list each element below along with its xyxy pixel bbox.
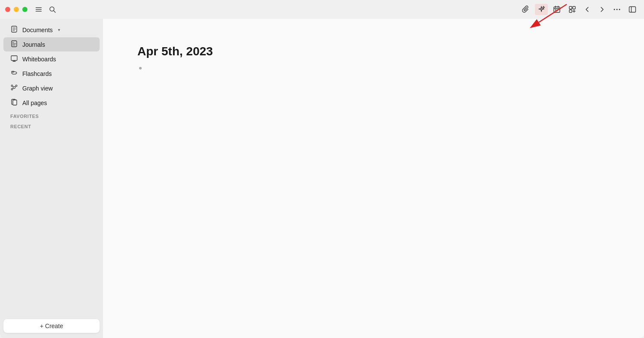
sidebar-item-flashcards[interactable]: Flashcards	[3, 66, 100, 81]
title-bar-right	[519, 4, 639, 15]
menu-button[interactable]	[33, 4, 45, 15]
calendar-button[interactable]	[550, 4, 563, 15]
journals-label: Journals	[22, 41, 45, 48]
svg-rect-41	[13, 100, 17, 105]
journals-icon	[10, 40, 18, 48]
app-window: Documents ▾ Journals	[0, 0, 644, 338]
documents-icon	[10, 26, 18, 34]
more-button[interactable]	[611, 4, 623, 15]
back-button[interactable]	[581, 4, 593, 15]
documents-label: Documents	[22, 27, 53, 33]
svg-point-35	[15, 85, 17, 87]
svg-point-15	[617, 9, 618, 10]
sidebar-item-graph-view[interactable]: Graph view	[3, 81, 100, 95]
flashcards-icon	[10, 69, 18, 78]
sparkle-button[interactable]	[535, 4, 548, 15]
svg-line-39	[15, 86, 16, 87]
main-content: Documents ▾ Journals	[0, 19, 644, 338]
sidebar-item-journals[interactable]: Journals	[3, 37, 100, 51]
svg-point-33	[13, 87, 15, 89]
documents-chevron-icon: ▾	[58, 27, 60, 32]
svg-line-4	[54, 11, 55, 12]
editor-title: Apr 5th, 2023	[137, 45, 610, 58]
whiteboards-label: Whiteboards	[22, 56, 56, 63]
traffic-lights	[5, 7, 27, 12]
title-bar	[0, 0, 644, 19]
create-button[interactable]: + Create	[3, 319, 100, 333]
flashcards-label: Flashcards	[22, 70, 52, 77]
extensions-button[interactable]	[566, 4, 579, 15]
search-button[interactable]	[46, 4, 58, 15]
svg-point-34	[11, 85, 13, 87]
svg-rect-2	[36, 11, 42, 12]
sidebar: Documents ▾ Journals	[0, 19, 103, 338]
svg-rect-9	[555, 9, 556, 11]
minimize-button[interactable]	[14, 7, 19, 12]
svg-rect-12	[573, 6, 575, 9]
all-pages-icon	[10, 99, 18, 107]
svg-rect-10	[557, 9, 558, 11]
sidebar-toggle-button[interactable]	[626, 4, 639, 15]
sidebar-nav: Documents ▾ Journals	[0, 19, 103, 314]
editor-bullet-point	[139, 67, 142, 69]
svg-rect-0	[36, 7, 42, 8]
graph-view-label: Graph view	[22, 85, 53, 92]
svg-rect-29	[11, 56, 17, 60]
svg-rect-17	[629, 7, 636, 12]
create-button-label: + Create	[40, 323, 63, 329]
whiteboards-icon	[10, 55, 18, 63]
svg-rect-1	[36, 9, 42, 10]
maximize-button[interactable]	[22, 7, 27, 12]
svg-rect-13	[569, 10, 572, 12]
close-button[interactable]	[5, 7, 10, 12]
svg-point-16	[619, 9, 620, 10]
sidebar-item-all-pages[interactable]: All pages	[3, 96, 100, 110]
sidebar-item-whiteboards[interactable]: Whiteboards	[3, 52, 100, 66]
graph-icon	[10, 84, 18, 92]
svg-point-14	[614, 9, 615, 10]
svg-line-37	[12, 88, 13, 89]
title-bar-controls	[33, 4, 58, 15]
svg-line-38	[13, 86, 13, 87]
favorites-section-label: FAVORITES	[3, 110, 100, 121]
all-pages-label: All pages	[22, 100, 47, 106]
svg-rect-11	[569, 6, 572, 9]
attach-button[interactable]	[519, 4, 532, 15]
forward-button[interactable]	[596, 4, 608, 15]
editor-area: Apr 5th, 2023	[103, 19, 644, 338]
editor-content[interactable]: Apr 5th, 2023	[103, 19, 644, 338]
recent-section-label: RECENT	[3, 121, 100, 131]
sidebar-footer: + Create	[0, 314, 103, 338]
sidebar-item-documents[interactable]: Documents ▾	[3, 23, 100, 37]
